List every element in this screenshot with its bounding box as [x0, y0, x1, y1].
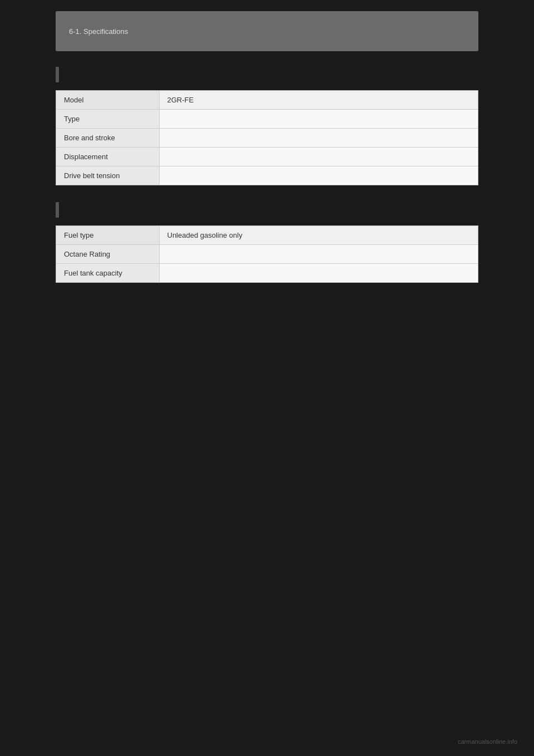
page-container: 6-1. Specifications Model2GR-FETypeBore …	[0, 0, 534, 756]
content-area: 6-1. Specifications Model2GR-FETypeBore …	[56, 11, 478, 300]
engine-section: Model2GR-FETypeBore and strokeDisplaceme…	[56, 67, 478, 185]
section-label: 6-1. Specifications	[69, 27, 128, 36]
table-row: Drive belt tension	[56, 166, 478, 185]
engine-row-label: Type	[56, 110, 159, 129]
engine-row-label: Drive belt tension	[56, 166, 159, 185]
engine-section-indicator	[56, 67, 59, 82]
engine-row-label: Model	[56, 91, 159, 110]
engine-row-label: Bore and stroke	[56, 129, 159, 148]
header-banner: 6-1. Specifications	[56, 11, 478, 51]
fuel-section: Fuel typeUnleaded gasoline onlyOctane Ra…	[56, 202, 478, 283]
fuel-table-wrapper: Fuel typeUnleaded gasoline onlyOctane Ra…	[56, 225, 478, 283]
fuel-row-value	[159, 264, 478, 283]
watermark-text: carmanualsonline.info	[458, 738, 517, 745]
fuel-section-indicator	[56, 202, 59, 218]
table-row: Fuel tank capacity	[56, 264, 478, 283]
engine-row-value	[159, 166, 478, 185]
table-row: Fuel typeUnleaded gasoline only	[56, 226, 478, 245]
engine-row-value	[159, 129, 478, 148]
fuel-row-value: Unleaded gasoline only	[159, 226, 478, 245]
fuel-table: Fuel typeUnleaded gasoline onlyOctane Ra…	[56, 226, 478, 282]
fuel-row-label: Fuel tank capacity	[56, 264, 159, 283]
fuel-row-label: Fuel type	[56, 226, 159, 245]
engine-row-label: Displacement	[56, 148, 159, 166]
table-row: Octane Rating	[56, 245, 478, 264]
engine-row-value: 2GR-FE	[159, 91, 478, 110]
engine-row-value	[159, 110, 478, 129]
engine-row-value	[159, 148, 478, 166]
watermark-area: carmanualsonline.info	[458, 738, 517, 745]
table-row: Bore and stroke	[56, 129, 478, 148]
table-row: Type	[56, 110, 478, 129]
fuel-row-value	[159, 245, 478, 264]
table-row: Model2GR-FE	[56, 91, 478, 110]
engine-table: Model2GR-FETypeBore and strokeDisplaceme…	[56, 91, 478, 185]
engine-table-wrapper: Model2GR-FETypeBore and strokeDisplaceme…	[56, 90, 478, 185]
table-row: Displacement	[56, 148, 478, 166]
fuel-row-label: Octane Rating	[56, 245, 159, 264]
